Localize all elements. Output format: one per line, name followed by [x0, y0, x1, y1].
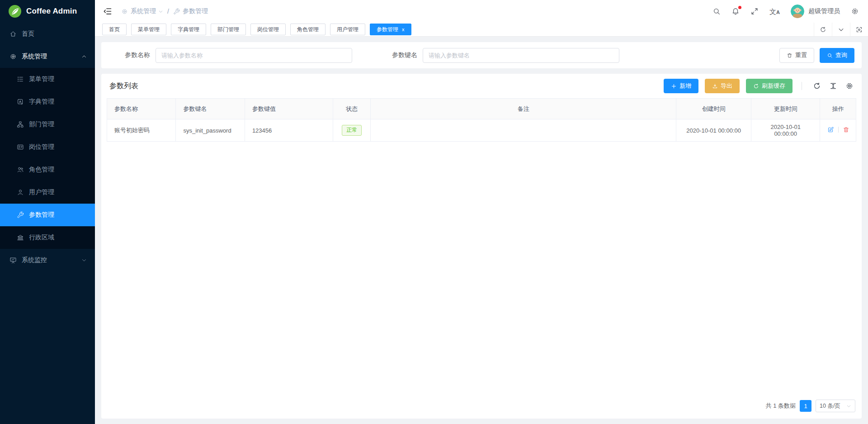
wrench-icon [17, 211, 24, 219]
top-navbar: 系统管理 / 参数管理 文A [95, 0, 868, 23]
tab-dept-management[interactable]: 部门管理 [211, 24, 246, 35]
settings-gear-icon[interactable] [851, 7, 859, 15]
cell-param-name: 账号初始密码 [107, 119, 176, 142]
sidebar-item-system-management[interactable]: 系统管理 [0, 45, 95, 68]
col-header-remark: 备注 [371, 99, 676, 119]
query-button-label: 查询 [835, 51, 847, 59]
breadcrumb-item[interactable]: 系统管理 [131, 7, 156, 15]
brand-area[interactable]: Coffee Admin [0, 0, 95, 23]
export-button[interactable]: 导出 [705, 79, 740, 93]
bank-icon [17, 234, 24, 241]
sidebar-item-dept-management[interactable]: 部门管理 [0, 113, 95, 136]
tab-home[interactable]: 首页 [102, 24, 127, 35]
param-name-input[interactable] [156, 48, 352, 63]
row-density-icon[interactable] [829, 82, 837, 90]
search-buttons: 重置 查询 [779, 48, 854, 63]
refresh-icon [753, 83, 759, 89]
list-icon [17, 76, 24, 83]
chevron-down-icon [81, 257, 87, 263]
trash-icon [787, 52, 793, 58]
refresh-page-icon[interactable] [814, 23, 832, 36]
tab-role-management[interactable]: 角色管理 [290, 24, 326, 35]
sidebar-menu: 首页 系统管理 菜单管理 字典管理 部门管理 [0, 23, 95, 424]
col-header-param-key: 参数键名 [176, 99, 245, 119]
chevron-down-icon [158, 9, 163, 14]
refresh-cache-button[interactable]: 刷新缓存 [746, 79, 793, 93]
tab-post-management[interactable]: 岗位管理 [250, 24, 286, 35]
search-form-card: 参数名称 参数键名 重置 查询 [101, 42, 862, 68]
pagination-total: 共 1 条数据 [766, 402, 796, 410]
sidebar-item-label: 部门管理 [29, 120, 54, 129]
card-header: 参数列表 新增 导出 刷新缓存 [107, 74, 856, 98]
tab-menu-management[interactable]: 菜单管理 [131, 24, 166, 35]
tab-options-chevron-icon[interactable] [832, 23, 850, 36]
org-tree-icon [17, 121, 24, 128]
sidebar-item-role-management[interactable]: 角色管理 [0, 158, 95, 181]
wrench-icon [173, 8, 180, 15]
export-button-label: 导出 [721, 82, 732, 90]
col-header-param-name: 参数名称 [107, 99, 176, 119]
content-fullscreen-icon[interactable] [850, 23, 868, 36]
sidebar-item-user-management[interactable]: 用户管理 [0, 181, 95, 204]
breadcrumb-separator: / [167, 8, 169, 15]
add-button[interactable]: 新增 [664, 79, 698, 93]
param-list-card: 参数列表 新增 导出 刷新缓存 [101, 74, 862, 419]
status-badge: 正常 [342, 125, 362, 136]
sidebar-item-system-monitor[interactable]: 系统监控 [0, 249, 95, 272]
reset-button[interactable]: 重置 [779, 48, 814, 63]
cell-remark [371, 119, 676, 142]
page-size-select[interactable]: 10 条/页 [816, 400, 855, 412]
sidebar-item-menu-management[interactable]: 菜单管理 [0, 68, 95, 91]
collapse-sidebar-icon[interactable] [103, 7, 112, 16]
breadcrumb-item: 参数管理 [183, 7, 208, 15]
param-key-input[interactable] [423, 48, 619, 63]
param-key-label: 参数键名 [376, 51, 423, 59]
table-header-row: 参数名称 参数键名 参数键值 状态 备注 创建时间 更新时间 操作 [107, 99, 856, 119]
sidebar-item-admin-region[interactable]: 行政区域 [0, 226, 95, 249]
search-icon[interactable] [712, 7, 721, 15]
app-root: Coffee Admin 首页 系统管理 菜单管理 字典管理 [0, 0, 868, 424]
tabbar-controls [814, 23, 868, 36]
sidebar-item-label: 岗位管理 [29, 143, 54, 151]
delete-icon[interactable] [843, 126, 849, 133]
sidebar-item-dict-management[interactable]: 字典管理 [0, 91, 95, 113]
edit-icon[interactable] [827, 126, 834, 133]
sidebar-item-label: 首页 [22, 30, 34, 38]
monitor-icon [9, 257, 17, 264]
breadcrumb: 系统管理 / 参数管理 [121, 7, 208, 15]
column-settings-gear-icon[interactable] [845, 82, 854, 90]
home-icon [9, 30, 17, 38]
param-name-label: 参数名称 [108, 51, 156, 59]
plus-icon [671, 83, 677, 89]
query-button[interactable]: 查询 [820, 48, 854, 63]
tab-param-management[interactable]: 参数管理 x [370, 24, 411, 35]
sidebar-item-param-management[interactable]: 参数管理 [0, 204, 95, 226]
sidebar-item-label: 参数管理 [29, 211, 54, 219]
sidebar-item-label: 字典管理 [29, 98, 54, 106]
fullscreen-expand-icon[interactable] [750, 7, 759, 15]
sidebar-item-label: 菜单管理 [29, 75, 54, 83]
user-menu[interactable]: 超级管理员 [791, 5, 840, 18]
sidebar-item-post-management[interactable]: 岗位管理 [0, 136, 95, 158]
sidebar-item-label: 系统监控 [22, 256, 47, 264]
sidebar-item-home[interactable]: 首页 [0, 23, 95, 45]
add-button-label: 新增 [679, 82, 691, 90]
tab-user-management[interactable]: 用户管理 [330, 24, 365, 35]
tab-dict-management[interactable]: 字典管理 [171, 24, 206, 35]
brand-title: Coffee Admin [26, 7, 77, 16]
notification-dot [738, 6, 741, 9]
page-number-button[interactable]: 1 [800, 400, 811, 412]
page-content: 参数名称 参数键名 重置 查询 [95, 37, 868, 424]
leaf-logo-icon [8, 5, 22, 18]
col-header-updated: 更新时间 [751, 99, 820, 119]
user-icon [17, 189, 24, 196]
roles-icon [17, 166, 24, 173]
translate-icon[interactable]: 文A [769, 8, 780, 15]
refresh-table-icon[interactable] [813, 82, 821, 90]
notification-bell-icon[interactable] [731, 7, 740, 15]
cell-status: 正常 [333, 119, 371, 142]
download-icon [712, 83, 718, 89]
tab-close-icon[interactable]: x [402, 27, 405, 32]
cell-created: 2020-10-01 00:00:00 [676, 119, 751, 142]
param-key-form-item: 参数键名 [376, 48, 619, 63]
